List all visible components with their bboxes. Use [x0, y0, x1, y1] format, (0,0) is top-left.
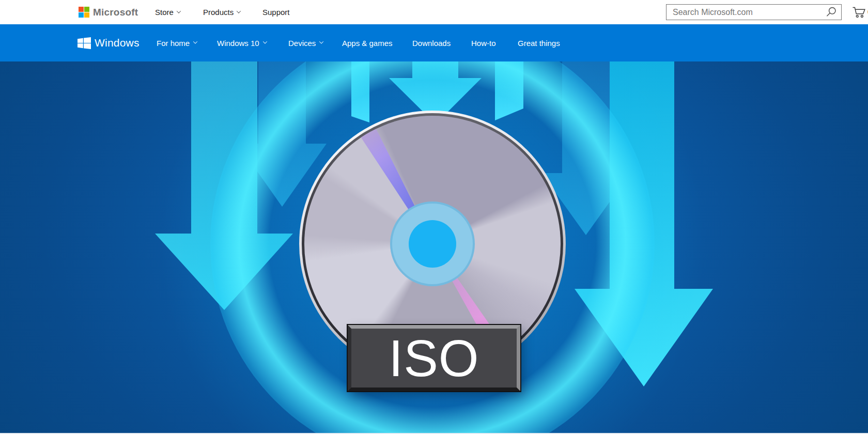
top-menu-store-label: Store — [155, 8, 174, 17]
download-arrow-back-wing-left-icon — [351, 61, 369, 122]
top-menu-products-label: Products — [203, 8, 234, 17]
ms-square-blue — [79, 12, 84, 18]
chevron-down-icon — [177, 9, 181, 13]
nav-item-devices-label: Devices — [288, 39, 316, 48]
disc-hub-center — [409, 220, 456, 268]
chevron-down-icon — [193, 39, 197, 43]
top-menu-store[interactable]: Store — [155, 0, 180, 24]
nav-item-great-things[interactable]: Great things — [518, 24, 560, 61]
nav-item-apps-games-label: Apps & games — [342, 39, 393, 48]
nav-item-for-home[interactable]: For home — [157, 24, 197, 61]
nav-item-apps-games[interactable]: Apps & games — [342, 24, 393, 61]
windows-nav-bar: Windows For home Windows 10 Devices Apps… — [0, 24, 868, 61]
search-input[interactable] — [667, 5, 841, 20]
search-button[interactable] — [825, 6, 838, 19]
microsoft-logo-icon — [79, 7, 89, 18]
nav-item-how-to-label: How-to — [471, 39, 496, 48]
chevron-down-icon — [262, 39, 267, 43]
chevron-down-icon — [237, 9, 241, 13]
nav-item-downloads-label: Downloads — [412, 39, 451, 48]
hero-banner: ISO — [0, 61, 868, 434]
nav-item-for-home-label: For home — [157, 39, 190, 48]
windows-logo[interactable]: Windows — [78, 24, 140, 61]
windows-wordmark: Windows — [95, 37, 140, 49]
top-menu-support[interactable]: Support — [262, 0, 290, 24]
nav-item-windows-10[interactable]: Windows 10 — [217, 24, 267, 61]
search-icon — [825, 6, 838, 19]
microsoft-logo[interactable]: Microsoft — [79, 0, 138, 24]
iso-label-plate: ISO — [348, 325, 520, 391]
cart-button[interactable]: 0 — [853, 6, 868, 19]
ms-square-yellow — [84, 12, 89, 18]
search-box — [666, 4, 842, 20]
download-arrow-back-wing-right-icon — [495, 61, 523, 120]
windows-flag-icon — [78, 37, 91, 49]
top-menu-support-label: Support — [262, 8, 290, 17]
nav-item-how-to[interactable]: How-to — [471, 24, 496, 61]
top-bar: Microsoft Store Products Support 0 — [0, 0, 868, 24]
nav-item-great-things-label: Great things — [518, 39, 560, 48]
shopping-cart-icon — [853, 6, 866, 19]
ms-square-green — [84, 7, 89, 12]
microsoft-wordmark: Microsoft — [93, 7, 138, 18]
iso-label: ISO — [389, 332, 479, 384]
chevron-down-icon — [319, 39, 323, 43]
top-menu-products[interactable]: Products — [203, 0, 240, 24]
nav-item-devices[interactable]: Devices — [288, 24, 323, 61]
nav-item-windows-10-label: Windows 10 — [217, 39, 259, 48]
ms-square-red — [79, 7, 84, 12]
nav-item-downloads[interactable]: Downloads — [412, 24, 451, 61]
